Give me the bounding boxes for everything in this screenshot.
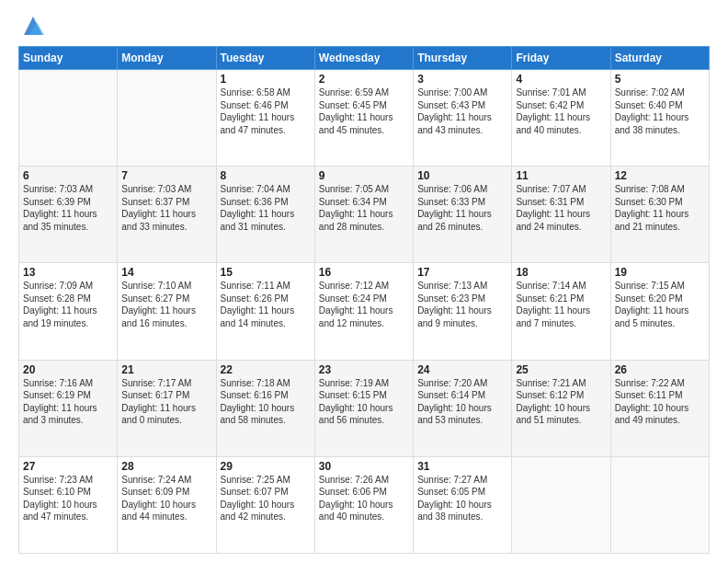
day-info: Sunrise: 7:06 AMSunset: 6:33 PMDaylight:… — [417, 183, 507, 233]
calendar-week-4: 20Sunrise: 7:16 AMSunset: 6:19 PMDayligh… — [19, 360, 710, 456]
calendar-cell: 11Sunrise: 7:07 AMSunset: 6:31 PMDayligh… — [512, 167, 610, 263]
calendar-cell: 12Sunrise: 7:08 AMSunset: 6:30 PMDayligh… — [610, 167, 709, 263]
day-number: 8 — [221, 169, 311, 182]
calendar-cell: 10Sunrise: 7:06 AMSunset: 6:33 PMDayligh… — [414, 167, 512, 263]
weekday-header-thursday: Thursday — [414, 47, 512, 70]
day-number: 24 — [417, 363, 507, 376]
calendar-cell: 19Sunrise: 7:15 AMSunset: 6:20 PMDayligh… — [610, 263, 709, 360]
day-number: 23 — [319, 363, 409, 376]
day-number: 9 — [319, 169, 409, 182]
calendar-cell: 4Sunrise: 7:01 AMSunset: 6:42 PMDaylight… — [512, 70, 610, 167]
day-number: 16 — [319, 266, 409, 279]
day-info: Sunrise: 7:17 AMSunset: 6:17 PMDaylight:… — [121, 377, 211, 427]
calendar-cell: 14Sunrise: 7:10 AMSunset: 6:27 PMDayligh… — [118, 263, 216, 360]
logo — [18, 15, 46, 39]
calendar-cell: 5Sunrise: 7:02 AMSunset: 6:40 PMDaylight… — [610, 70, 709, 167]
day-number: 5 — [615, 73, 705, 86]
calendar-table: SundayMondayTuesdayWednesdayThursdayFrid… — [18, 46, 710, 554]
day-number: 25 — [516, 363, 606, 376]
day-number: 22 — [221, 363, 311, 376]
calendar-cell: 13Sunrise: 7:09 AMSunset: 6:28 PMDayligh… — [19, 263, 118, 360]
day-number: 1 — [221, 73, 311, 86]
day-number: 20 — [23, 363, 113, 376]
calendar-cell: 2Sunrise: 6:59 AMSunset: 6:45 PMDaylight… — [314, 70, 413, 167]
day-number: 7 — [121, 169, 211, 182]
day-number: 31 — [417, 460, 507, 473]
day-info: Sunrise: 7:12 AMSunset: 6:24 PMDaylight:… — [319, 280, 409, 329]
day-info: Sunrise: 7:25 AMSunset: 6:07 PMDaylight:… — [221, 474, 311, 523]
page: SundayMondayTuesdayWednesdayThursdayFrid… — [0, 0, 728, 563]
day-info: Sunrise: 7:27 AMSunset: 6:05 PMDaylight:… — [417, 474, 507, 523]
day-number: 4 — [516, 73, 606, 86]
calendar-cell: 29Sunrise: 7:25 AMSunset: 6:07 PMDayligh… — [216, 456, 314, 553]
day-info: Sunrise: 6:58 AMSunset: 6:46 PMDaylight:… — [221, 86, 311, 136]
calendar-cell: 8Sunrise: 7:04 AMSunset: 6:36 PMDaylight… — [216, 167, 314, 263]
calendar-cell: 17Sunrise: 7:13 AMSunset: 6:23 PMDayligh… — [414, 263, 512, 360]
day-number: 14 — [121, 266, 211, 279]
day-number: 13 — [23, 266, 113, 279]
day-info: Sunrise: 7:14 AMSunset: 6:21 PMDaylight:… — [516, 280, 606, 329]
calendar-week-5: 27Sunrise: 7:23 AMSunset: 6:10 PMDayligh… — [19, 456, 710, 553]
calendar-cell: 1Sunrise: 6:58 AMSunset: 6:46 PMDaylight… — [216, 70, 314, 167]
calendar-cell: 6Sunrise: 7:03 AMSunset: 6:39 PMDaylight… — [19, 167, 118, 263]
day-number: 29 — [221, 460, 311, 473]
calendar-cell: 30Sunrise: 7:26 AMSunset: 6:06 PMDayligh… — [314, 456, 413, 553]
weekday-header-wednesday: Wednesday — [314, 47, 413, 70]
day-info: Sunrise: 6:59 AMSunset: 6:45 PMDaylight:… — [319, 86, 409, 136]
day-number: 6 — [23, 169, 113, 182]
day-info: Sunrise: 7:26 AMSunset: 6:06 PMDaylight:… — [319, 474, 409, 523]
day-number: 3 — [417, 73, 507, 86]
day-number: 26 — [615, 363, 705, 376]
calendar-cell: 15Sunrise: 7:11 AMSunset: 6:26 PMDayligh… — [216, 263, 314, 360]
day-info: Sunrise: 7:03 AMSunset: 6:39 PMDaylight:… — [23, 183, 113, 233]
day-info: Sunrise: 7:20 AMSunset: 6:14 PMDaylight:… — [417, 377, 507, 427]
day-number: 17 — [417, 266, 507, 279]
header — [18, 15, 710, 39]
weekday-header-friday: Friday — [512, 47, 610, 70]
weekday-header-saturday: Saturday — [610, 47, 709, 70]
calendar-cell: 25Sunrise: 7:21 AMSunset: 6:12 PMDayligh… — [512, 360, 610, 456]
calendar-cell: 9Sunrise: 7:05 AMSunset: 6:34 PMDaylight… — [314, 167, 413, 263]
weekday-header-sunday: Sunday — [19, 47, 118, 70]
calendar-cell: 27Sunrise: 7:23 AMSunset: 6:10 PMDayligh… — [19, 456, 118, 553]
calendar-cell: 24Sunrise: 7:20 AMSunset: 6:14 PMDayligh… — [414, 360, 512, 456]
day-info: Sunrise: 7:05 AMSunset: 6:34 PMDaylight:… — [319, 183, 409, 233]
calendar-cell: 26Sunrise: 7:22 AMSunset: 6:11 PMDayligh… — [610, 360, 709, 456]
day-info: Sunrise: 7:18 AMSunset: 6:16 PMDaylight:… — [221, 377, 311, 427]
day-info: Sunrise: 7:19 AMSunset: 6:15 PMDaylight:… — [319, 377, 409, 427]
calendar-week-1: 1Sunrise: 6:58 AMSunset: 6:46 PMDaylight… — [19, 70, 710, 167]
day-info: Sunrise: 7:16 AMSunset: 6:19 PMDaylight:… — [23, 377, 113, 427]
day-info: Sunrise: 7:02 AMSunset: 6:40 PMDaylight:… — [615, 86, 705, 136]
day-info: Sunrise: 7:10 AMSunset: 6:27 PMDaylight:… — [121, 280, 211, 329]
weekday-header-monday: Monday — [118, 47, 216, 70]
calendar-week-2: 6Sunrise: 7:03 AMSunset: 6:39 PMDaylight… — [19, 167, 710, 263]
day-number: 27 — [23, 460, 113, 473]
calendar-cell: 7Sunrise: 7:03 AMSunset: 6:37 PMDaylight… — [118, 167, 216, 263]
day-number: 2 — [319, 73, 409, 86]
calendar-cell: 18Sunrise: 7:14 AMSunset: 6:21 PMDayligh… — [512, 263, 610, 360]
calendar-cell: 3Sunrise: 7:00 AMSunset: 6:43 PMDaylight… — [414, 70, 512, 167]
day-info: Sunrise: 7:23 AMSunset: 6:10 PMDaylight:… — [23, 474, 113, 523]
calendar-cell — [512, 456, 610, 553]
weekday-header-tuesday: Tuesday — [216, 47, 314, 70]
calendar-cell: 21Sunrise: 7:17 AMSunset: 6:17 PMDayligh… — [118, 360, 216, 456]
calendar-cell: 16Sunrise: 7:12 AMSunset: 6:24 PMDayligh… — [314, 263, 413, 360]
calendar-cell — [118, 70, 216, 167]
day-number: 11 — [516, 169, 606, 182]
day-number: 12 — [615, 169, 705, 182]
calendar-cell: 31Sunrise: 7:27 AMSunset: 6:05 PMDayligh… — [414, 456, 512, 553]
day-info: Sunrise: 7:07 AMSunset: 6:31 PMDaylight:… — [516, 183, 606, 233]
calendar-cell: 23Sunrise: 7:19 AMSunset: 6:15 PMDayligh… — [314, 360, 413, 456]
calendar-cell — [19, 70, 118, 167]
day-info: Sunrise: 7:08 AMSunset: 6:30 PMDaylight:… — [615, 183, 705, 233]
day-number: 30 — [319, 460, 409, 473]
day-number: 19 — [615, 266, 705, 279]
day-info: Sunrise: 7:09 AMSunset: 6:28 PMDaylight:… — [23, 280, 113, 329]
day-number: 18 — [516, 266, 606, 279]
calendar-cell: 28Sunrise: 7:24 AMSunset: 6:09 PMDayligh… — [118, 456, 216, 553]
day-number: 28 — [121, 460, 211, 473]
day-info: Sunrise: 7:11 AMSunset: 6:26 PMDaylight:… — [221, 280, 311, 329]
day-number: 15 — [221, 266, 311, 279]
day-info: Sunrise: 7:13 AMSunset: 6:23 PMDaylight:… — [417, 280, 507, 329]
day-info: Sunrise: 7:03 AMSunset: 6:37 PMDaylight:… — [121, 183, 211, 233]
